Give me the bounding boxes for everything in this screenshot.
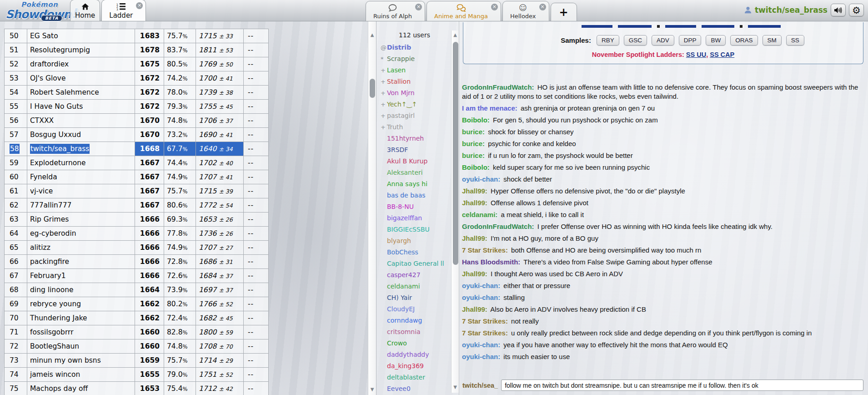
ladder-name-cell: minun my own bsns xyxy=(27,354,135,368)
userlist-user[interactable]: +Lasen xyxy=(376,65,459,76)
chat-message-username[interactable]: oyuki-chan: xyxy=(462,341,500,349)
sample-format-button[interactable]: GSC xyxy=(624,35,647,46)
ladder-player-name: rebryce young xyxy=(30,300,81,308)
userlist-user[interactable]: CH) Yair xyxy=(376,292,459,304)
sample-format-button[interactable]: RBY xyxy=(597,35,619,46)
chat-message-username[interactable]: Jhall99: xyxy=(462,234,487,242)
scroll-down-icon[interactable]: ▼ xyxy=(368,387,376,392)
userlist-user[interactable]: Crowo xyxy=(376,338,459,349)
userlist-user[interactable]: da_king369 xyxy=(376,360,459,372)
ladder-scrollbar-thumb[interactable] xyxy=(370,79,375,98)
userlist-user[interactable]: celdanami xyxy=(376,281,459,292)
clipped-link-fragment[interactable] xyxy=(748,25,781,28)
chat-message-username[interactable]: Jhall99: xyxy=(462,187,487,195)
userlist-user[interactable]: Anna says hi xyxy=(376,178,459,190)
sample-format-button[interactable]: SM xyxy=(763,35,782,46)
userlist-user[interactable]: *Scrappie xyxy=(376,53,459,65)
userlist-user[interactable]: Eevee0 xyxy=(376,383,459,395)
userlist-user[interactable]: daddythaddy xyxy=(376,349,459,360)
ladder-rank-cell: 58 xyxy=(5,142,27,156)
sample-format-button[interactable]: SS xyxy=(786,35,804,46)
ladder-row: 53OJ's Glove167274.2%1700 ± 41-- xyxy=(5,71,269,86)
add-room-button[interactable]: + xyxy=(551,3,577,21)
ladder-rank-value: 63 xyxy=(10,215,19,223)
scroll-up-icon[interactable]: ▲ xyxy=(452,32,459,37)
userlist-user[interactable]: bigazelffan xyxy=(376,213,459,224)
chat-message-username[interactable]: oyuki-chan: xyxy=(462,282,500,289)
clipped-links-row[interactable] xyxy=(582,25,858,28)
userlist-user[interactable]: 151htyrneh xyxy=(376,133,459,144)
userlist-scrollbar-thumb[interactable] xyxy=(453,42,458,265)
settings-button[interactable]: ⚙ xyxy=(849,4,864,16)
chat-message-username[interactable]: celdanami: xyxy=(462,211,497,218)
tab-room-ruins-of-alph[interactable]: × Ruins of Alph xyxy=(366,1,425,21)
userlist-user[interactable]: @Distrib xyxy=(376,42,459,53)
sample-format-button[interactable]: ORAS xyxy=(730,35,758,46)
showdown-logo[interactable]: Pokémon Showdown! BETA xyxy=(5,0,72,21)
userlist-user[interactable]: +pastagirl xyxy=(376,110,459,122)
userlist-user[interactable]: BIGGIEcSSBU xyxy=(376,224,459,235)
chat-message-username[interactable]: burice: xyxy=(462,152,485,159)
chat-message-username[interactable]: 7 Star Strikes: xyxy=(462,246,508,254)
userlist-user[interactable]: casper427 xyxy=(376,269,459,281)
clipped-link-fragment[interactable] xyxy=(582,25,612,28)
username[interactable]: twitch/sea_brass xyxy=(755,5,828,15)
close-tab-icon[interactable]: × xyxy=(491,4,498,10)
userlist-user[interactable]: BobChess xyxy=(376,247,459,258)
tab-room-anime-and-manga[interactable]: × Anime and Manga xyxy=(426,1,501,21)
chat-message-username[interactable]: burice: xyxy=(462,140,485,147)
userlist-user[interactable]: blyargh xyxy=(376,235,459,247)
userlist-user[interactable]: Capitao General ll xyxy=(376,258,459,269)
chat-message-username[interactable]: 7 Star Strikes: xyxy=(462,329,508,337)
ladder-row: 62777allin777166780.6%1772 ± 54-- xyxy=(5,198,269,213)
userlist-user[interactable]: +Yech↑‿↑ xyxy=(376,99,459,110)
chat-message-username[interactable]: Jhall99: xyxy=(462,305,487,313)
sound-button[interactable] xyxy=(831,4,846,16)
tab-room-hellodex[interactable]: ☺ × Hellodex xyxy=(502,1,549,21)
userlist-user[interactable]: cornndawg xyxy=(376,315,459,326)
close-tab-icon[interactable]: × xyxy=(539,4,546,10)
userlist-user[interactable]: Akul B Kurup xyxy=(376,156,459,167)
chat-message-username[interactable]: Jhall99: xyxy=(462,199,487,207)
chat-message-username[interactable]: Hans Bloodsmith: xyxy=(462,258,520,266)
chat-message-username[interactable]: oyuki-chan: xyxy=(462,294,500,301)
clipped-link-fragment[interactable] xyxy=(665,25,696,28)
userlist-user[interactable]: Aleksanteri xyxy=(376,167,459,178)
chat-message-username[interactable]: Boibolo: xyxy=(462,116,490,124)
chat-message-username[interactable]: GrodonInFraudWatch: xyxy=(462,83,534,91)
scroll-up-icon[interactable]: ▲ xyxy=(368,32,376,37)
clipped-link-fragment[interactable] xyxy=(702,25,734,28)
chat-message-username[interactable]: I am the menace: xyxy=(462,104,517,112)
userlist-user[interactable]: CloudyEJ xyxy=(376,304,459,315)
userlist-user[interactable]: BB-8-NU xyxy=(376,201,459,213)
userlist-scrollbar[interactable]: ▲ ▼ xyxy=(451,30,459,393)
chat-message-username[interactable]: 7 Star Strikes: xyxy=(462,317,508,325)
chat-message-username[interactable]: oyuki-chan: xyxy=(462,353,500,360)
userlist-user[interactable]: 3RSDF xyxy=(376,144,459,156)
spotlight-link-ss-cap[interactable]: SS CAP xyxy=(710,51,734,58)
close-tab-icon[interactable]: × xyxy=(415,4,422,10)
userlist-user[interactable]: +Von Mjrn xyxy=(376,87,459,99)
chat-message-username[interactable]: GrodonInFraudWatch: xyxy=(462,223,534,230)
chat-message-username[interactable]: Jhall99: xyxy=(462,270,487,278)
chat-message-username[interactable]: burice: xyxy=(462,128,485,136)
userlist-user[interactable]: deltablaster xyxy=(376,372,459,383)
ladder-scrollbar[interactable]: ▲ ▼ xyxy=(368,21,376,395)
sample-format-button[interactable]: BW xyxy=(706,35,726,46)
close-tab-icon[interactable]: × xyxy=(136,2,143,9)
clipped-link-fragment[interactable] xyxy=(618,25,652,28)
userlist-user[interactable]: +Stallion xyxy=(376,76,459,87)
sample-format-button[interactable]: ADV xyxy=(652,35,674,46)
chat-input[interactable] xyxy=(501,380,863,391)
chat-message-username[interactable]: oyuki-chan: xyxy=(462,175,500,183)
tab-home[interactable]: Home xyxy=(70,0,100,21)
chat-message-username[interactable]: Boibolo: xyxy=(462,163,490,171)
scroll-down-icon[interactable]: ▼ xyxy=(452,385,459,390)
userlist-user[interactable]: critsomnia xyxy=(376,326,459,338)
ladder-glicko-cell: 1708 ± 70 xyxy=(196,339,244,354)
userlist-user[interactable]: bas de baas xyxy=(376,190,459,201)
spotlight-link-ss-uu[interactable]: SS UU xyxy=(686,51,706,58)
sample-format-button[interactable]: DPP xyxy=(679,35,702,46)
userlist-user[interactable]: +Truth xyxy=(376,122,459,133)
tab-ladder[interactable]: 123 × Ladder xyxy=(101,0,146,21)
